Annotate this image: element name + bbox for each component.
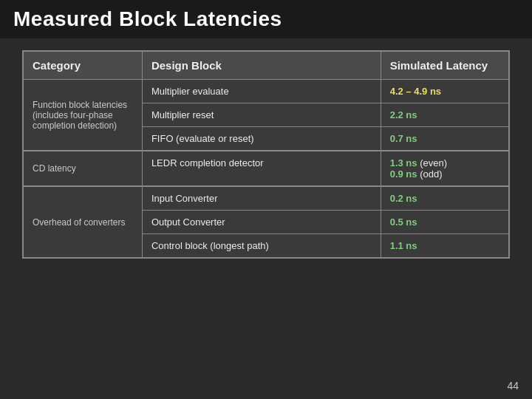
latency-multiplier-evaluate: 4.2 – 4.9 ns [381,80,509,103]
header-simulated-latency: Simulated Latency [381,51,509,80]
latency-multiplier-reset: 2.2 ns [381,103,509,127]
design-block-input-converter: Input Converter [142,186,381,211]
design-block-multiplier-reset: Multiplier reset [142,103,381,127]
latency-even: 1.3 ns [390,157,417,168]
latency-ledr: 1.3 ns (even) 0.9 ns (odd) [381,151,509,186]
category-cd-latency: CD latency [23,151,142,186]
header-design-block: Design Block [142,51,381,80]
table-header-row: Category Design Block Simulated Latency [23,51,509,80]
table-row: Overhead of converters Input Converter 0… [23,186,509,211]
page-number: 44 [507,380,519,392]
design-block-control-block: Control block (longest path) [142,234,381,259]
latency-fifo: 0.7 ns [381,127,509,151]
design-block-ledr: LEDR completion detector [142,151,381,186]
latency-input-converter: 0.2 ns [381,186,509,211]
table-row: CD latency LEDR completion detector 1.3 … [23,151,509,186]
latency-control-block: 1.1 ns [381,234,509,259]
table-container: Category Design Block Simulated Latency … [22,50,510,259]
design-block-output-converter: Output Converter [142,211,381,234]
category-overhead: Overhead of converters [23,186,142,258]
design-block-multiplier-evaluate: Multiplier evaluate [142,80,381,103]
latency-odd: 0.9 ns [390,168,417,180]
design-block-fifo: FIFO (evaluate or reset) [142,127,381,151]
header-category: Category [23,51,142,80]
latency-table: Category Design Block Simulated Latency … [22,50,510,259]
page-title: Measured Block Latencies [0,0,532,38]
table-row: Function block latencies (includes four-… [23,80,509,103]
latency-output-converter: 0.5 ns [381,211,509,234]
category-function-block: Function block latencies (includes four-… [23,80,142,151]
